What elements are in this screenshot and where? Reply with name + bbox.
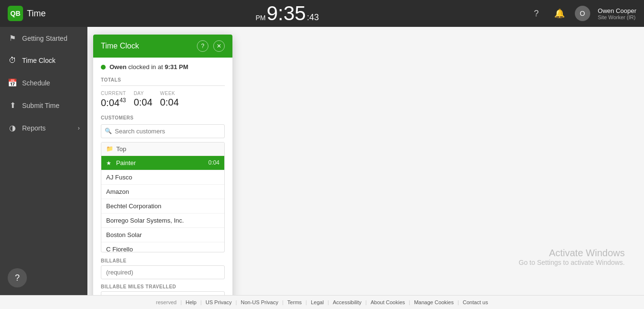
total-week: WEEK 0:04 (160, 91, 179, 108)
totals-label: TOTALS (101, 77, 225, 83)
pie-icon: ◑ (8, 123, 17, 132)
clock-seconds: :43 (307, 12, 319, 23)
activate-windows-watermark: Activate Windows Go to Settings to activ… (519, 248, 625, 266)
billable-miles-input[interactable] (101, 291, 225, 295)
clocked-in-status: Owen clocked in at 9:31 PM (101, 63, 225, 71)
customers-section: CUSTOMERS 🔍 📁 Top ★ (101, 115, 225, 252)
footer-contact-us-link[interactable]: Contact us (463, 299, 488, 305)
current-sup: 43 (120, 97, 126, 104)
sidebar-item-label: Submit Time (22, 102, 60, 109)
customer-item-amazon[interactable]: Amazon (101, 185, 224, 199)
sidebar: ⚑ Getting Started ⏱ Time Clock 📅 Schedul… (0, 27, 87, 295)
sidebar-item-label: Schedule (22, 79, 50, 87)
customer-scroll-list[interactable]: ★ Painter 0:04 AJ Fusco Amazon (101, 156, 224, 252)
sidebar-item-schedule[interactable]: 📅 Schedule (0, 71, 87, 94)
sidebar-item-label: Getting Started (22, 35, 67, 42)
timeclock-panel: Time Clock ? ✕ Owen clocked in at 9:31 P… (93, 35, 232, 295)
footer-legal-link[interactable]: Legal (311, 299, 324, 305)
total-current-label: CURRENT (101, 91, 126, 96)
page-area: Time Clock ? ✕ Owen clocked in at 9:31 P… (87, 27, 644, 295)
header-actions: ? 🔔 O Owen Cooper Site Worker (IR) (529, 6, 636, 21)
billable-label: BILLABLE (101, 258, 225, 263)
total-day-value: 0:04 (134, 97, 152, 108)
footer-manage-cookies-link[interactable]: Manage Cookies (414, 299, 454, 305)
panel-body: Owen clocked in at 9:31 PM TOTALS CURREN… (93, 58, 232, 295)
sidebar-item-reports[interactable]: ◑ Reports › (0, 117, 87, 139)
app-header: QB Time PM 9:35 :43 ? 🔔 O Owen Cooper Si… (0, 0, 644, 27)
current-main: 0:04 (101, 97, 120, 108)
footer-terms-link[interactable]: Terms (287, 299, 302, 305)
clock-display: PM 9:35 :43 (46, 3, 528, 24)
panel-header-actions: ? ✕ (197, 40, 225, 52)
customer-item-aj-fusco[interactable]: AJ Fusco (101, 170, 224, 185)
sidebar-item-submit-time[interactable]: ⬆ Submit Time (0, 94, 87, 117)
folder-icon: 📁 (106, 145, 113, 152)
total-week-label: WEEK (160, 91, 175, 96)
user-role: Site Worker (IR) (598, 14, 636, 20)
qb-logo-icon: QB (8, 6, 23, 21)
sidebar-item-getting-started[interactable]: ⚑ Getting Started (0, 27, 87, 49)
clock-ampm: PM (255, 14, 266, 22)
notifications-button[interactable]: 🔔 (552, 6, 567, 21)
calendar-icon: 📅 (8, 78, 17, 87)
activate-windows-subtitle: Go to Settings to activate Windows. (519, 259, 625, 266)
help-button[interactable]: ? (529, 6, 544, 21)
panel-title: Time Clock (101, 42, 193, 50)
billable-field: BILLABLE (101, 258, 225, 279)
sidebar-bottom: ? (0, 261, 87, 295)
customer-item-painter[interactable]: ★ Painter 0:04 (101, 156, 224, 170)
footer-about-cookies-link[interactable]: About Cookies (371, 299, 405, 305)
customer-item-c-fiorello[interactable]: C Fiorello (101, 242, 224, 252)
footer-non-us-privacy-link[interactable]: Non-US Privacy (241, 299, 278, 305)
total-current: CURRENT 0:0443 (101, 91, 126, 108)
clocked-in-text: Owen clocked in at 9:31 PM (109, 63, 188, 71)
footer: reserved | Help | US Privacy | Non-US Pr… (0, 295, 644, 309)
billable-miles-label: BILLABLE MILES TRAVELLED (101, 284, 225, 289)
totals-divider (101, 85, 225, 86)
panel-header: Time Clock ? ✕ (93, 35, 232, 58)
customer-list: 📁 Top ★ Painter 0:04 (101, 142, 225, 252)
customer-search-box: 🔍 (101, 124, 225, 138)
footer-reserved: reserved (156, 299, 177, 305)
total-week-value: 0:04 (160, 97, 179, 108)
status-dot (101, 65, 106, 70)
clocked-in-action: clocked in at (128, 63, 165, 71)
total-day: DAY 0:04 (134, 91, 152, 108)
customers-label: CUSTOMERS (101, 115, 225, 120)
activate-windows-title: Activate Windows (519, 248, 625, 259)
customer-item-boston-solar[interactable]: Boston Solar (101, 228, 224, 242)
help-circle-button[interactable]: ? (8, 268, 27, 287)
sidebar-item-label: Reports (22, 124, 46, 132)
clock-time: 9:35 (267, 3, 306, 24)
footer-us-privacy-link[interactable]: US Privacy (206, 299, 231, 305)
main-content: ⚑ Getting Started ⏱ Time Clock 📅 Schedul… (0, 27, 644, 295)
totals-row: CURRENT 0:0443 DAY 0:04 WEEK 0:04 (101, 91, 225, 108)
customer-item-bechtel[interactable]: Bechtel Corporation (101, 199, 224, 214)
search-input[interactable] (101, 124, 225, 138)
folder-row: 📁 Top (101, 143, 224, 156)
panel-help-button[interactable]: ? (197, 40, 208, 52)
clock-icon: ⏱ (8, 56, 17, 65)
billable-input[interactable] (101, 265, 225, 279)
customer-time: 0:04 (208, 159, 219, 166)
flag-icon: ⚑ (8, 34, 17, 43)
folder-label: Top (116, 145, 126, 153)
upload-icon: ⬆ (8, 101, 17, 110)
customer-item-label: ★ Painter (106, 159, 136, 166)
panel-close-button[interactable]: ✕ (213, 40, 225, 52)
chevron-right-icon: › (78, 125, 80, 131)
billable-miles-field: BILLABLE MILES TRAVELLED (101, 284, 225, 295)
sidebar-item-time-clock[interactable]: ⏱ Time Clock (0, 49, 87, 71)
logo[interactable]: QB Time (8, 6, 46, 21)
total-day-label: DAY (134, 91, 144, 96)
footer-help-link[interactable]: Help (186, 299, 197, 305)
avatar: O (575, 6, 590, 21)
user-name: Owen Cooper (598, 7, 636, 14)
totals-section: TOTALS CURRENT 0:0443 DAY 0:04 (101, 77, 225, 108)
user-info: Owen Cooper Site Worker (IR) (598, 7, 636, 20)
search-icon: 🔍 (105, 128, 112, 134)
footer-accessibility-link[interactable]: Accessibility (333, 299, 362, 305)
star-icon: ★ (106, 160, 111, 166)
customer-item-borrego[interactable]: Borrego Solar Systems, Inc. (101, 214, 224, 228)
total-current-value: 0:0443 (101, 97, 126, 108)
